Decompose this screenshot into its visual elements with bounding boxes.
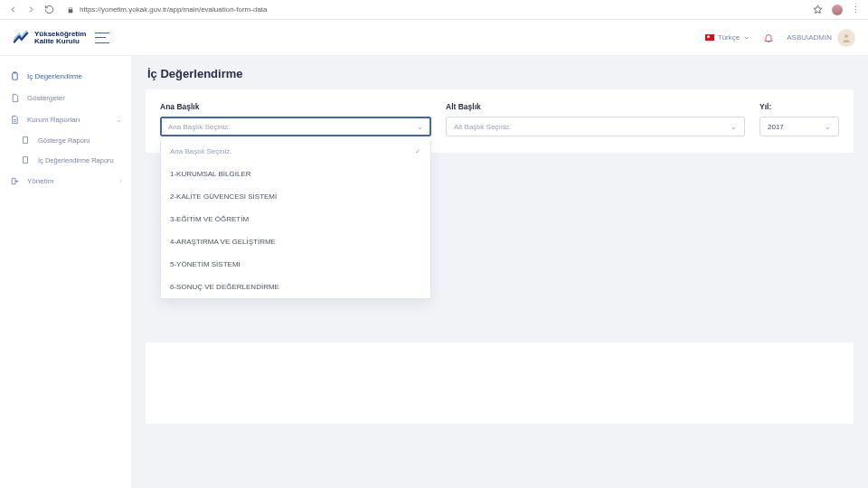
forward-icon[interactable] — [25, 5, 36, 15]
profile-avatar-icon[interactable] — [832, 5, 843, 15]
dropdown-ana-baslik: Ana Başlık Seçiniz. ✓ 1-KURUMSAL BİLGİLE… — [160, 140, 431, 299]
username-label: ASBU\ADMIN — [787, 33, 832, 42]
dropdown-option[interactable]: 5-YÖNETİM SİSTEMİ — [161, 253, 430, 276]
field-yil: Yıl: 2017 ⌄ — [760, 102, 839, 136]
main-content: İç Değerlendirme Ana Başlık Ana Başlık S… — [131, 56, 868, 488]
dropdown-option[interactable]: 1-KURUMSAL BİLGİLER — [161, 163, 430, 185]
filter-panel: Ana Başlık Ana Başlık Seçiniz. ⌄ Alt Baş… — [146, 89, 854, 153]
app-header: Yükseköğretim Kalite Kurulu Türkçe ASBU\… — [0, 20, 868, 56]
sidebar-item-kurum-raporlari[interactable]: Kurum Raporları ⌄ — [0, 108, 131, 130]
export-icon — [9, 175, 20, 186]
svg-rect-1 — [12, 72, 17, 79]
sidebar: İç Degerlendirme Göstergeler Kurum Rapor… — [0, 56, 131, 488]
menu-toggle-icon[interactable] — [95, 33, 109, 43]
dropdown-option[interactable]: 3-EĞİTİM VE ÖĞRETİM — [161, 208, 430, 230]
chevron-down-icon: ⌄ — [825, 123, 831, 131]
sidebar-item-yonetim[interactable]: Yönetim › — [0, 170, 131, 192]
label-alt-baslik: Alt Başlık — [446, 102, 745, 111]
dropdown-option-label: 2-KALİTE GÜVENCESİ SİSTEMİ — [170, 192, 277, 201]
sidebar-subitem-ic-deg-raporu[interactable]: İç Değerlendirme Raporu — [20, 150, 131, 170]
dropdown-option-label: 5-YÖNETİM SİSTEMİ — [170, 260, 241, 268]
select-yil[interactable]: 2017 ⌄ — [760, 117, 839, 136]
bell-icon[interactable] — [763, 33, 774, 43]
select-value: 2017 — [768, 123, 825, 131]
lock-icon — [67, 6, 74, 14]
sidebar-item-label: Kurum Raporları — [27, 116, 80, 124]
chevron-down-icon: ⌄ — [731, 123, 737, 131]
dropdown-option-label: 1-KURUMSAL BİLGİLER — [170, 170, 251, 178]
dropdown-option[interactable]: 6-SONUÇ VE DEĞERLENDİRME — [161, 276, 430, 298]
language-switcher[interactable]: Türkçe — [705, 33, 750, 42]
brand-line2: Kalite Kurulu — [34, 38, 86, 45]
select-ana-baslik[interactable]: Ana Başlık Seçiniz. ⌄ — [160, 117, 431, 136]
label-yil: Yıl: — [760, 102, 839, 111]
document-icon — [9, 114, 20, 125]
dropdown-option-label: 6-SONUÇ VE DEĞERLENDİRME — [170, 283, 279, 291]
dropdown-option[interactable]: Ana Başlık Seçiniz. ✓ — [161, 140, 430, 163]
select-value: Ana Başlık Seçiniz. — [168, 123, 417, 131]
label-ana-baslik: Ana Başlık — [160, 102, 431, 111]
user-avatar-icon — [837, 29, 855, 47]
sidebar-subitem-gosterge-raporu[interactable]: Gösterge Raporu — [20, 130, 131, 150]
chevron-down-icon: ⌄ — [417, 123, 423, 131]
select-value: Alt Başlık Seçiniz. — [454, 123, 731, 131]
svg-rect-2 — [24, 137, 28, 144]
field-ana-baslik: Ana Başlık Ana Başlık Seçiniz. ⌄ — [160, 102, 431, 136]
reload-icon[interactable] — [43, 5, 54, 15]
sidebar-item-label: Göstergeler — [27, 94, 65, 102]
dropdown-option-label: 3-EĞİTİM VE ÖĞRETİM — [170, 215, 249, 223]
language-label: Türkçe — [718, 33, 740, 42]
field-alt-baslik: Alt Başlık Alt Başlık Seçiniz. ⌄ — [446, 102, 745, 136]
logo-mark-icon — [13, 30, 29, 46]
sidebar-submenu-reports: Gösterge Raporu İç Değerlendirme Raporu — [0, 130, 131, 170]
check-icon: ✓ — [415, 147, 421, 155]
sidebar-item-label: Gösterge Raporu — [38, 136, 90, 145]
brand-text: Yükseköğretim Kalite Kurulu — [34, 31, 86, 45]
page-icon — [20, 135, 31, 145]
bookmark-star-icon[interactable] — [813, 5, 823, 14]
dropdown-option-label: 4-ARAŞTIRMA VE GELİŞTİRME — [170, 238, 276, 246]
back-icon[interactable] — [7, 5, 18, 15]
svg-point-0 — [844, 34, 848, 38]
sidebar-item-ic-degerlendirme[interactable]: İç Degerlendirme — [0, 65, 131, 87]
url-text: https://yonetim.yokak.gov.tr/app/main/ev… — [80, 5, 268, 14]
page-title: İç Değerlendirme — [147, 67, 854, 80]
chevron-down-icon: ⌄ — [116, 116, 122, 124]
sidebar-item-label: Yönetim — [27, 177, 53, 185]
address-bar[interactable]: https://yonetim.yokak.gov.tr/app/main/ev… — [61, 3, 806, 17]
dropdown-option[interactable]: 2-KALİTE GÜVENCESİ SİSTEMİ — [161, 185, 430, 208]
select-alt-baslik[interactable]: Alt Başlık Seçiniz. ⌄ — [446, 117, 745, 136]
chevron-right-icon: › — [119, 177, 122, 185]
brand-logo[interactable]: Yükseköğretim Kalite Kurulu — [13, 30, 86, 46]
dropdown-option[interactable]: 4-ARAŞTIRMA VE GELİŞTİRME — [161, 230, 430, 253]
chevron-down-icon — [743, 34, 750, 42]
file-icon — [9, 92, 20, 103]
flag-tr-icon — [705, 34, 714, 41]
browser-chrome: https://yonetim.yokak.gov.tr/app/main/ev… — [0, 0, 868, 20]
clipboard-icon — [9, 70, 20, 81]
sidebar-item-label: İç Degerlendirme — [27, 72, 82, 80]
svg-rect-3 — [24, 157, 28, 164]
kebab-menu-icon[interactable]: ⋮ — [852, 5, 861, 14]
user-menu[interactable]: ASBU\ADMIN — [787, 29, 855, 47]
results-panel — [146, 343, 854, 424]
sidebar-item-label: İç Değerlendirme Raporu — [38, 156, 114, 164]
page-icon — [20, 155, 31, 165]
sidebar-item-gostergeler[interactable]: Göstergeler — [0, 87, 131, 108]
dropdown-option-label: Ana Başlık Seçiniz. — [170, 147, 231, 155]
